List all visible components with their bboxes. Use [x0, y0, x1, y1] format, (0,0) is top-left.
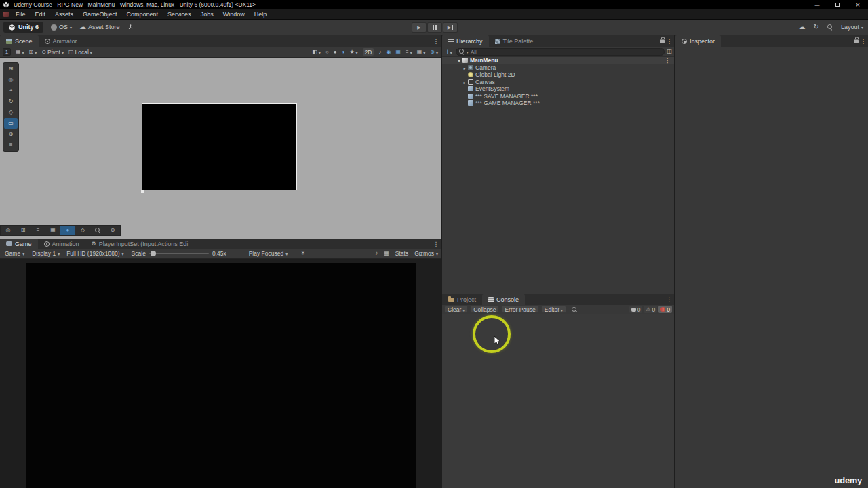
grid-tool-button[interactable]	[4, 64, 18, 75]
tab-hierarchy[interactable]: Hierarchy	[442, 35, 489, 47]
hierarchy-row-game-manager[interactable]: *** GAME MANAGER ***	[442, 100, 674, 107]
grid-button[interactable]	[16, 226, 31, 235]
focus-mode-dropdown[interactable]: Play Focused	[245, 249, 292, 258]
overlays-dropdown[interactable]	[406, 49, 412, 56]
menu-item-services[interactable]: Services	[163, 9, 196, 19]
scene-visibility-icon[interactable]	[386, 49, 391, 55]
console-log-area[interactable]	[442, 314, 674, 488]
tab-animation[interactable]: Animation	[38, 239, 85, 249]
account-dropdown[interactable]: OS	[51, 24, 72, 30]
move-tool-button[interactable]	[4, 85, 18, 96]
vsync-icon[interactable]	[300, 251, 305, 256]
rect-tool-button[interactable]	[4, 118, 18, 129]
focus-button[interactable]	[60, 226, 75, 235]
tab-tile-palette[interactable]: Tile Palette	[489, 35, 540, 47]
menu-item-file[interactable]: File	[11, 9, 31, 19]
audio-toggle-icon[interactable]	[378, 49, 381, 55]
expand-arrow-icon[interactable]	[463, 64, 465, 71]
canvas-corner-handle[interactable]	[141, 190, 144, 193]
expand-arrow-icon[interactable]	[463, 79, 465, 85]
scene-viewport[interactable]	[0, 58, 441, 239]
lighting-toggle-icon[interactable]	[342, 49, 345, 55]
menu-item-component[interactable]: Component	[122, 9, 163, 19]
console-search-input[interactable]	[572, 307, 627, 312]
asset-store-button[interactable]: Asset Store	[79, 24, 120, 30]
tab-game[interactable]: Game	[0, 239, 38, 249]
view-tool-button[interactable]	[4, 75, 18, 85]
clear-button[interactable]: Clear	[444, 306, 468, 313]
game-viewport[interactable]	[0, 259, 441, 488]
play-button[interactable]	[412, 22, 427, 33]
lock-icon[interactable]	[854, 39, 859, 43]
close-button[interactable]	[848, 0, 868, 9]
version-control-icon[interactable]	[127, 24, 134, 30]
panel-menu-icon[interactable]	[666, 38, 673, 45]
stats-toggle[interactable]: Stats	[395, 250, 408, 257]
custom-tool-button[interactable]	[4, 140, 18, 150]
collapse-arrow-icon[interactable]	[458, 57, 460, 64]
tab-inspector[interactable]: Inspector	[675, 35, 721, 47]
resolution-dropdown[interactable]: Full HD (1920x1080)	[63, 249, 127, 258]
picker-icon[interactable]	[667, 49, 672, 54]
snap-button[interactable]	[105, 226, 120, 235]
panel-menu-icon[interactable]	[860, 38, 867, 45]
snap-increment-dropdown[interactable]	[29, 49, 37, 56]
info-count-toggle[interactable]: 0	[629, 306, 643, 313]
editor-dropdown[interactable]: Editor	[541, 306, 566, 313]
menu-item-help[interactable]: Help	[250, 9, 272, 19]
hierarchy-row-eventsystem[interactable]: EventSystem	[442, 85, 674, 93]
grid-snap-dropdown[interactable]	[16, 49, 24, 56]
tab-console[interactable]: Console	[482, 294, 525, 305]
panel-menu-icon[interactable]	[433, 38, 439, 45]
grid-size-field[interactable]: 1	[3, 48, 11, 56]
draw-mode-dropdown[interactable]	[312, 49, 321, 56]
collapse-toggle[interactable]: Collapse	[470, 306, 499, 313]
scene-row-menu-icon[interactable]	[664, 57, 671, 64]
menu-item-jobs[interactable]: Jobs	[196, 9, 218, 19]
grid-visibility-icon[interactable]	[395, 49, 401, 55]
scene-root-row[interactable]: MainMenu	[442, 57, 674, 64]
display-mode-dropdown[interactable]: Game	[1, 249, 28, 258]
transform-tool-button[interactable]	[4, 129, 18, 140]
warning-count-toggle[interactable]: 0	[644, 306, 657, 313]
grid-settings-dropdown[interactable]	[417, 49, 426, 56]
hierarchy-row-canvas[interactable]: Canvas	[442, 79, 674, 86]
pause-button[interactable]	[427, 22, 442, 33]
tilemap-button[interactable]	[45, 226, 60, 235]
tab-project[interactable]: Project	[442, 294, 482, 305]
hierarchy-row-camera[interactable]: Camera	[442, 64, 674, 72]
menu-item-window[interactable]: Window	[218, 9, 250, 19]
layout-dropdown[interactable]: Layout	[841, 24, 863, 30]
scale-slider-thumb[interactable]	[151, 251, 156, 256]
shapes-button[interactable]	[75, 226, 90, 235]
2d-mode-toggle[interactable]: 2D	[363, 48, 374, 56]
hierarchy-row-save-manager[interactable]: *** SAVE MANAGER ***	[442, 93, 674, 100]
scale-slider[interactable]	[149, 253, 209, 254]
create-object-button[interactable]: +	[444, 48, 454, 56]
hierarchy-row-global-light[interactable]: Global Light 2D	[442, 71, 674, 79]
rotate-tool-button[interactable]	[4, 96, 18, 107]
panel-menu-icon[interactable]	[433, 241, 439, 247]
display-target-dropdown[interactable]: Display 1	[28, 249, 63, 258]
mute-audio-icon[interactable]	[375, 251, 378, 256]
unity-version-badge[interactable]: Unity 6	[3, 22, 43, 33]
scale-tool-button[interactable]	[4, 107, 18, 118]
tab-animator[interactable]: Animator	[39, 35, 83, 47]
gizmos-settings-dropdown[interactable]	[430, 49, 438, 56]
cloud-services-icon[interactable]	[799, 24, 806, 30]
panel-menu-icon[interactable]	[666, 296, 673, 303]
error-pause-toggle[interactable]: Error Pause	[501, 306, 538, 313]
pivot-toggle[interactable]: Pivot	[41, 49, 64, 56]
step-button[interactable]	[443, 22, 458, 33]
layers-button[interactable]	[31, 226, 45, 235]
orientation-button[interactable]	[1, 226, 16, 235]
menu-item-edit[interactable]: Edit	[31, 9, 51, 19]
effects-dropdown[interactable]	[349, 49, 357, 56]
error-count-toggle[interactable]: 0	[658, 306, 672, 313]
search-button[interactable]	[90, 226, 105, 235]
handle-orientation-toggle[interactable]: Local	[68, 49, 92, 56]
tab-scene[interactable]: Scene	[0, 35, 39, 47]
lock-icon[interactable]	[660, 39, 665, 43]
minimize-button[interactable]	[807, 0, 827, 9]
gizmos-dropdown[interactable]: Gizmos	[414, 249, 438, 258]
